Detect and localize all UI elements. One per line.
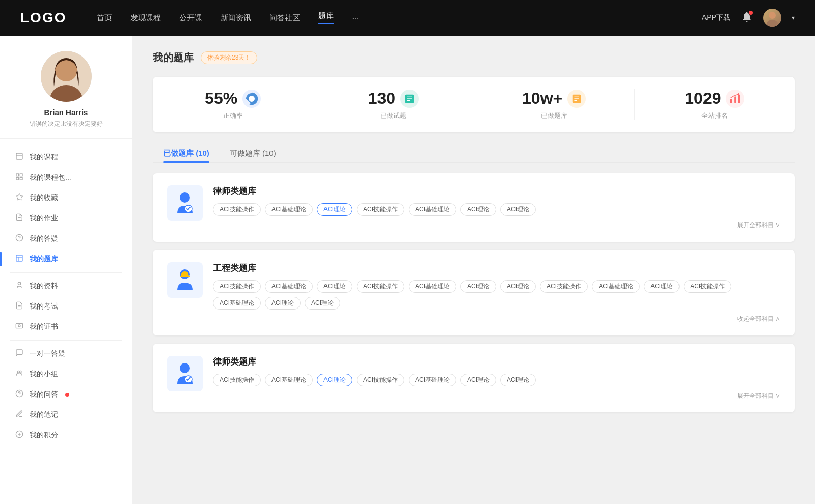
svg-point-0: [769, 12, 776, 19]
sidebar-item-1v1-qa[interactable]: 一对一答疑: [0, 344, 132, 364]
nav-open-course[interactable]: 公开课: [179, 13, 202, 23]
tag-active[interactable]: ACI理论: [317, 203, 352, 216]
sidebar-item-homework[interactable]: 我的作业: [0, 208, 132, 229]
nav-home[interactable]: 首页: [97, 13, 112, 23]
tag[interactable]: ACI基础理论: [409, 374, 456, 386]
sidebar-item-certificate[interactable]: 我的证书: [0, 317, 132, 337]
stat-rank-label: 全站排名: [701, 111, 728, 120]
tag[interactable]: ACI基础理论: [265, 374, 313, 386]
tag[interactable]: ACI基础理论: [592, 280, 640, 293]
tabs: 已做题库 (10) 可做题库 (10): [153, 145, 795, 163]
tag[interactable]: ACI理论: [305, 297, 340, 310]
expand-link-0[interactable]: 展开全部科目 ∨: [213, 221, 780, 230]
tag-active[interactable]: ACI理论: [317, 374, 352, 386]
main-content: 我的题库 体验剩余23天！ 55%: [132, 36, 815, 504]
tag[interactable]: ACI理论: [500, 280, 536, 293]
quiz-bank-title-0: 律师类题库: [213, 185, 780, 197]
questions-notification-dot: [65, 393, 69, 397]
tag[interactable]: ACI理论: [500, 203, 536, 216]
tag[interactable]: ACI基础理论: [265, 203, 313, 216]
svg-point-29: [249, 96, 255, 102]
app-download-link[interactable]: APP下载: [702, 13, 730, 22]
logo[interactable]: LOGO: [20, 10, 66, 26]
tag[interactable]: ACI技能操作: [213, 203, 261, 216]
quiz-bank-card-2: 律师类题库 ACI技能操作 ACI基础理论 ACI理论 ACI技能操作 ACI基…: [153, 344, 795, 412]
quiz-bank-tags-0: ACI技能操作 ACI基础理论 ACI理论 ACI技能操作 ACI基础理论 AC…: [213, 203, 780, 216]
stat-questions-value: 130: [368, 89, 395, 108]
my-qa-icon: [15, 234, 23, 244]
svg-rect-46: [180, 276, 190, 277]
tag[interactable]: ACI基础理论: [409, 280, 456, 293]
tag[interactable]: ACI技能操作: [213, 280, 261, 293]
tag[interactable]: ACI理论: [460, 203, 496, 216]
navbar: LOGO 首页 发现课程 公开课 新闻资讯 问答社区 题库 ··· APP下载 …: [0, 0, 815, 36]
nav-more[interactable]: ···: [352, 14, 359, 22]
expand-link-1[interactable]: 收起全部科目 ∧: [213, 315, 780, 323]
sidebar-profile: Brian Harris 错误的决定比没有决定要好: [0, 51, 132, 139]
quiz-bank-title-1: 工程类题库: [213, 262, 780, 274]
sidebar-item-my-group[interactable]: 我的小组: [0, 364, 132, 384]
sidebar-item-course-pkg[interactable]: 我的课程包...: [0, 167, 132, 188]
sidebar-item-label: 我的资料: [30, 282, 58, 291]
sidebar-item-label: 一对一答疑: [30, 349, 65, 358]
sidebar-username: Brian Harris: [10, 108, 122, 117]
quiz-bank-icon-engineer: [167, 262, 203, 298]
tag[interactable]: ACI技能操作: [684, 280, 731, 293]
tab-available[interactable]: 可做题库 (10): [220, 145, 286, 162]
svg-point-24: [19, 371, 21, 373]
tag[interactable]: ACI理论: [265, 297, 301, 310]
tag[interactable]: ACI技能操作: [357, 203, 404, 216]
tag[interactable]: ACI理论: [460, 280, 496, 293]
expand-link-2[interactable]: 展开全部科目 ∨: [213, 391, 780, 400]
sidebar-item-my-notes[interactable]: 我的笔记: [0, 405, 132, 425]
stat-banks: 10w+ 已做题库: [474, 89, 635, 120]
tag[interactable]: ACI技能操作: [213, 374, 261, 386]
nav-discover[interactable]: 发现课程: [130, 13, 161, 23]
tag[interactable]: ACI基础理论: [265, 280, 313, 293]
my-notes-icon: [15, 410, 23, 420]
my-data-icon: [15, 281, 23, 291]
page-title: 我的题库: [153, 51, 194, 65]
svg-rect-39: [730, 99, 732, 103]
page-header: 我的题库 体验剩余23天！: [153, 51, 795, 65]
tag[interactable]: ACI基础理论: [213, 297, 261, 310]
sidebar-item-label: 我的课程: [30, 153, 58, 162]
sidebar-item-label: 我的答疑: [30, 234, 58, 243]
quiz-bank-tags-2: ACI技能操作 ACI基础理论 ACI理论 ACI技能操作 ACI基础理论 AC…: [213, 374, 780, 386]
sidebar-item-my-course[interactable]: 我的课程: [0, 147, 132, 167]
nav-qa[interactable]: 问答社区: [269, 13, 300, 23]
banks-icon: [567, 90, 586, 108]
sidebar-item-label: 我的考试: [30, 302, 58, 311]
tag[interactable]: ACI理论: [317, 280, 352, 293]
sidebar-item-my-questions[interactable]: 我的问答: [0, 384, 132, 405]
nav-news[interactable]: 新闻资讯: [221, 13, 251, 23]
tag[interactable]: ACI理论: [644, 280, 680, 293]
svg-point-18: [18, 282, 20, 285]
tab-done[interactable]: 已做题库 (10): [153, 145, 220, 162]
sidebar-item-my-exam[interactable]: 我的考试: [0, 296, 132, 317]
tag[interactable]: ACI技能操作: [357, 374, 404, 386]
certificate-icon: [15, 322, 23, 332]
sidebar-item-favorites[interactable]: 我的收藏: [0, 188, 132, 208]
my-course-icon: [15, 152, 23, 162]
svg-rect-41: [738, 94, 740, 103]
sidebar-item-my-points[interactable]: 我的积分: [0, 425, 132, 445]
stat-accuracy: 55% 正确率: [153, 89, 313, 120]
user-avatar[interactable]: [763, 9, 781, 27]
quiz-bank-title-2: 律师类题库: [213, 356, 780, 368]
sidebar-item-quiz-bank[interactable]: 我的题库: [0, 249, 132, 269]
questions-icon: [400, 90, 419, 108]
sidebar-item-label: 我的作业: [30, 214, 58, 223]
tag[interactable]: ACI理论: [460, 374, 496, 386]
tag[interactable]: ACI技能操作: [357, 280, 404, 293]
notification-bell[interactable]: [741, 11, 753, 25]
tag[interactable]: ACI技能操作: [540, 280, 588, 293]
svg-rect-9: [16, 177, 19, 180]
sidebar-item-label: 我的课程包...: [30, 173, 71, 182]
sidebar-item-my-data[interactable]: 我的资料: [0, 276, 132, 296]
user-menu-chevron[interactable]: ▾: [792, 14, 795, 21]
nav-quiz[interactable]: 题库: [318, 11, 334, 24]
tag[interactable]: ACI基础理论: [409, 203, 456, 216]
sidebar-item-my-qa[interactable]: 我的答疑: [0, 229, 132, 249]
tag[interactable]: ACI理论: [500, 374, 536, 386]
